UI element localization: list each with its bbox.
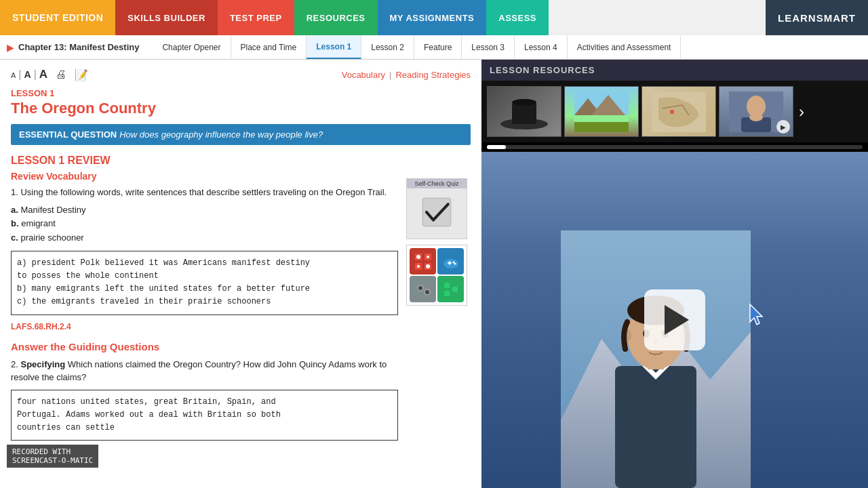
lesson-label: LESSON 1 <box>11 88 471 98</box>
nav-learnsmart[interactable]: LEARNSMART <box>766 0 868 35</box>
lesson-review-title: LESSON 1 REVIEW <box>11 155 398 167</box>
svg-rect-37 <box>615 366 696 488</box>
nav-student-edition-label: STUDENT EDITION <box>12 12 103 23</box>
print-icon[interactable]: 🖨 <box>56 68 66 81</box>
resource-thumbnails: ▶ › <box>481 81 868 142</box>
game-cell-puzzle <box>410 248 436 274</box>
nav-learnsmart-label: LEARNSMART <box>778 12 856 24</box>
answer-label-c: c. <box>11 232 18 243</box>
watermark-line2: SCREENCAST-O-MATIC <box>12 456 93 465</box>
chapter-tabs: Chapter Opener Place and Time Lesson 1 L… <box>153 35 681 59</box>
svg-point-23 <box>512 99 536 106</box>
tab-lesson-4[interactable]: Lesson 4 <box>515 35 568 59</box>
nav-resources[interactable]: RESOURCES <box>294 0 378 35</box>
answer-item-a: a. Manifest Destiny <box>11 203 398 218</box>
font-size-small[interactable]: A <box>11 71 16 79</box>
svg-point-7 <box>417 265 420 268</box>
main-content: A | A | A 🖨 📝 Vocabulary | Reading Strat… <box>0 60 868 488</box>
notes-icon[interactable]: 📝 <box>75 68 88 81</box>
top-navigation: STUDENT EDITION SKILLS BUILDER TEST PREP… <box>0 0 868 35</box>
answer-label-a: a. <box>11 205 18 215</box>
tab-lesson-3[interactable]: Lesson 3 <box>462 35 515 59</box>
svg-rect-19 <box>444 291 450 296</box>
self-check-quiz-widget[interactable]: Self-Check Quiz <box>406 178 467 239</box>
progress-bar-fill <box>487 145 506 149</box>
answer-label-b: b. <box>11 218 19 228</box>
game-cell-board <box>410 276 436 302</box>
nav-resources-label: RESOURCES <box>307 13 366 23</box>
answer-box-2[interactable]: four nations united states, great Britai… <box>11 390 398 441</box>
essential-question-text: How does geography influence the way peo… <box>119 129 323 140</box>
svg-rect-20 <box>452 287 458 292</box>
essential-question-banner: ESSENTIAL QUESTIONHow does geography inf… <box>11 124 471 145</box>
lesson-title: The Oregon Country <box>11 100 471 117</box>
right-pane: LESSON RESOURCES <box>481 60 868 488</box>
nav-my-assignments[interactable]: MY ASSIGNMENTS <box>378 0 487 35</box>
toolbar-links: Vocabulary | Reading Strategies <box>342 70 471 80</box>
left-pane: A | A | A 🖨 📝 Vocabulary | Reading Strat… <box>0 60 481 488</box>
svg-point-34 <box>749 113 763 121</box>
thumbnail-play-icon[interactable]: ▶ <box>776 120 790 134</box>
lesson-resources-header: LESSON RESOURCES <box>481 60 868 81</box>
nav-assess[interactable]: ASSESS <box>486 0 549 35</box>
answer-box-1[interactable]: a) president Polk believed it was Americ… <box>11 251 398 315</box>
font-size-controls: A | A | A <box>11 68 47 81</box>
vocabulary-link[interactable]: Vocabulary <box>342 70 385 80</box>
svg-point-6 <box>426 264 430 268</box>
nav-my-assignments-label: MY ASSIGNMENTS <box>390 13 475 23</box>
svg-rect-28 <box>574 122 629 132</box>
nav-student-edition[interactable]: STUDENT EDITION <box>0 0 115 35</box>
thumbnail-hat[interactable] <box>487 86 561 137</box>
guiding-questions-title: Answer the Guiding Questions <box>11 341 398 352</box>
chapter-arrow-icon: ▶ <box>7 42 14 53</box>
svg-point-13 <box>454 262 456 264</box>
answer-item-b: b. emigrant <box>11 217 398 231</box>
chapter-bar: ▶ Chapter 13: Manifest Destiny Chapter O… <box>0 35 868 60</box>
video-area <box>481 152 868 488</box>
progress-bar-container <box>481 142 868 152</box>
chapter-title: Chapter 13: Manifest Destiny <box>18 42 139 52</box>
answer-item-c: c. prairie schooner <box>11 231 398 245</box>
self-check-quiz-label: Self-Check Quiz <box>407 179 467 188</box>
nav-assess-label: ASSESS <box>498 13 536 23</box>
games-grid <box>407 245 467 305</box>
games-widget[interactable] <box>406 245 467 306</box>
question-2-body: Which nations claimed the Oregon Country… <box>11 359 387 383</box>
thumbnails-next-arrow[interactable]: › <box>796 102 807 121</box>
toolbar-link-separator: | <box>389 70 391 80</box>
svg-point-8 <box>427 256 429 258</box>
thumbnail-map[interactable] <box>642 86 716 137</box>
video-play-button[interactable] <box>644 289 705 350</box>
thumbnail-landscape[interactable] <box>564 86 639 137</box>
essential-question-prefix: ESSENTIAL QUESTION <box>19 129 117 140</box>
progress-bar-track <box>487 145 863 149</box>
svg-point-17 <box>425 290 429 294</box>
watermark-line1: RECORDED WITH <box>12 447 93 456</box>
question-2-bold: Specifying <box>20 359 65 369</box>
tab-activities-and-assessment[interactable]: Activities and Assessment <box>568 35 682 59</box>
tab-feature[interactable]: Feature <box>414 35 462 59</box>
tab-place-and-time[interactable]: Place and Time <box>231 35 307 59</box>
font-size-medium[interactable]: A <box>24 69 31 80</box>
video-person-svg <box>561 230 751 488</box>
svg-rect-11 <box>448 262 452 264</box>
nav-test-prep[interactable]: TEST PREP <box>218 0 294 35</box>
reading-strategies-link[interactable]: Reading Strategies <box>395 70 471 80</box>
toolbar: A | A | A 🖨 📝 Vocabulary | Reading Strat… <box>11 68 471 81</box>
answer-text-c: prairie schooner <box>20 232 83 243</box>
tab-lesson-2[interactable]: Lesson 2 <box>361 35 414 59</box>
nav-skills-builder[interactable]: SKILLS BUILDER <box>115 0 218 35</box>
tab-chapter-opener[interactable]: Chapter Opener <box>153 35 231 59</box>
game-cell-green <box>437 276 464 302</box>
font-size-large[interactable]: A <box>39 68 47 81</box>
svg-point-5 <box>416 255 420 259</box>
question-1-text: 1. Using the following words, write sent… <box>11 186 398 199</box>
tab-lesson-1[interactable]: Lesson 1 <box>307 35 361 59</box>
game-cell-controller <box>437 248 464 274</box>
nav-test-prep-label: TEST PREP <box>230 13 282 23</box>
nav-skills-builder-label: SKILLS BUILDER <box>127 13 205 23</box>
thumbnail-portrait[interactable]: ▶ <box>719 86 793 137</box>
review-vocab-title: Review Vocabulary <box>11 171 398 182</box>
question-2-number: 2. <box>11 359 20 369</box>
watermark: RECORDED WITH SCREENCAST-O-MATIC <box>7 445 98 468</box>
